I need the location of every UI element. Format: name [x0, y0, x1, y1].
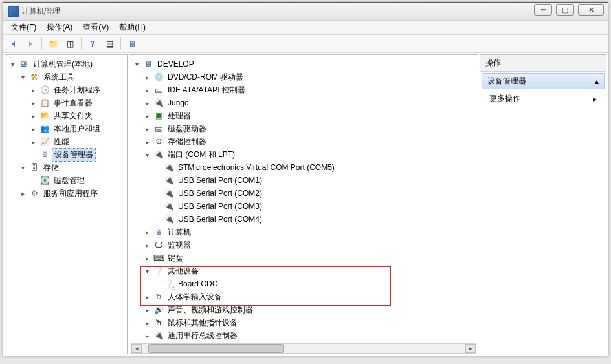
expander-icon[interactable]: ▸ — [142, 124, 151, 133]
ports-icon: 🔌 — [153, 149, 164, 160]
expander-icon[interactable]: ▾ — [132, 59, 141, 69]
tree-node-local-users[interactable]: ▸ 👥 本地用户和组 — [6, 122, 126, 135]
close-button[interactable]: ✕ — [578, 4, 604, 16]
tree-node-event-viewer[interactable]: ▸ 📋 事件查看器 — [6, 96, 126, 109]
node-label: 鼠标和其他指针设备 — [166, 317, 239, 329]
actions-group-header[interactable]: 设备管理器 ▴ — [482, 73, 605, 89]
expander-icon[interactable]: ▸ — [142, 241, 151, 250]
device-node-com-port[interactable]: · 🔌 USB Serial Port (COM1) — [131, 174, 476, 187]
toolbar-separator — [81, 37, 82, 50]
node-label: 键盘 — [166, 252, 185, 264]
scroll-thumb[interactable] — [148, 344, 284, 353]
scroll-left-button[interactable]: ◂ — [131, 344, 142, 353]
scroll-track[interactable] — [142, 344, 465, 353]
collapse-icon[interactable]: ▴ — [595, 77, 599, 86]
device-node-dvd[interactable]: ▸ 💿 DVD/CD-ROM 驱动器 — [131, 70, 476, 83]
expander-icon[interactable]: ▸ — [142, 111, 151, 120]
up-button[interactable]: 📁 — [45, 37, 61, 51]
expander-icon[interactable]: ▾ — [142, 266, 151, 275]
ide-icon: 🖴 — [153, 85, 164, 95]
expander-icon[interactable]: ▾ — [18, 163, 27, 172]
node-label: Board CDC — [176, 279, 219, 289]
expander-icon[interactable]: ▸ — [28, 85, 38, 94]
expander-icon[interactable]: ▸ — [142, 228, 151, 237]
scan-hardware-button[interactable]: 🖥 — [124, 37, 140, 51]
forward-button[interactable] — [23, 37, 38, 51]
expander-icon[interactable]: ▾ — [18, 72, 27, 81]
menu-file[interactable]: 文件(F) — [6, 21, 41, 34]
expander-icon[interactable]: ▸ — [28, 98, 38, 107]
maximize-button[interactable]: ▢ — [556, 4, 574, 16]
minimize-button[interactable]: ━ — [534, 4, 552, 16]
expander-icon[interactable]: ▸ — [142, 85, 151, 94]
tree-node-performance[interactable]: ▸ 📈 性能 — [6, 135, 126, 148]
tree-node-task-scheduler[interactable]: ▸ 🕒 任务计划程序 — [6, 83, 126, 96]
device-node-other-devices[interactable]: ▾ ❔ 其他设备 — [131, 264, 476, 277]
scheduler-icon: 🕒 — [39, 85, 50, 95]
console-tree[interactable]: ▾ 🖳 计算机管理(本地) ▾ 🛠 系统工具 — [5, 54, 128, 354]
expander-icon[interactable]: ▾ — [8, 59, 17, 69]
device-node-root[interactable]: ▾ 🖥 DEVELOP — [131, 58, 476, 70]
sound-icon: 🔊 — [153, 305, 164, 315]
other-devices-icon: ❔ — [153, 266, 164, 276]
titlebar[interactable]: 计算机管理 ━ ▢ ✕ — [3, 3, 608, 21]
expander-icon[interactable]: ▸ — [18, 189, 27, 198]
device-node-ports[interactable]: ▾ 🔌 端口 (COM 和 LPT) — [131, 148, 476, 161]
tree-node-services-apps[interactable]: ▸ ⚙ 服务和应用程序 — [6, 187, 126, 200]
menu-view[interactable]: 查看(V) — [78, 21, 114, 34]
tree-node-device-manager[interactable]: · 🖥 设备管理器 — [6, 148, 126, 161]
device-tree[interactable]: ▾ 🖥 DEVELOP ▸ 💿 DVD/CD-ROM 驱动器 ▸ — [129, 55, 478, 343]
device-node-com-port[interactable]: · 🔌 STMicroelectronics Virtual COM Port … — [131, 161, 476, 174]
node-label: 存储 — [41, 162, 61, 174]
node-label: STMicroelectronics Virtual COM Port (COM… — [176, 162, 337, 173]
help-button[interactable]: ? — [85, 37, 100, 51]
device-node-keyboard[interactable]: ▸ ⌨ 键盘 — [131, 252, 476, 264]
tree-node-system-tools[interactable]: ▾ 🛠 系统工具 — [6, 70, 126, 83]
expander-icon[interactable]: ▸ — [142, 292, 151, 301]
show-hide-tree-button[interactable]: ◫ — [62, 37, 78, 51]
expander-icon[interactable]: ▸ — [142, 253, 151, 262]
node-label: USB Serial Port (COM1) — [176, 175, 264, 186]
device-node-monitor[interactable]: ▸ 🖵 监视器 — [131, 239, 476, 252]
device-node-board-cdc[interactable]: · ❔ Board CDC — [131, 277, 476, 290]
device-node-hid[interactable]: ▸ 🖰 人体学输入设备 — [131, 290, 476, 303]
scroll-right-button[interactable]: ▸ — [465, 344, 476, 353]
expander-icon[interactable]: ▸ — [28, 137, 38, 146]
device-node-com-port[interactable]: · 🔌 USB Serial Port (COM2) — [131, 187, 476, 200]
device-node-disk-drives[interactable]: ▸ 🖴 磁盘驱动器 — [131, 122, 476, 135]
back-button[interactable] — [6, 37, 21, 51]
device-node-com-port[interactable]: · 🔌 USB Serial Port (COM3) — [131, 200, 476, 213]
window-title: 计算机管理 — [21, 6, 60, 17]
action-more[interactable]: 更多操作 ▸ — [480, 91, 606, 107]
tree-node-disk-management[interactable]: · 💽 磁盘管理 — [6, 174, 126, 187]
device-node-com-port[interactable]: · 🔌 USB Serial Port (COM4) — [131, 213, 476, 226]
expander-icon[interactable]: ▸ — [142, 318, 151, 327]
toolbar-separator — [120, 37, 121, 50]
expander-icon[interactable]: ▸ — [142, 331, 151, 340]
device-node-usb[interactable]: ▸ 🔌 通用串行总线控制器 — [131, 329, 476, 342]
expander-icon[interactable]: ▸ — [142, 305, 151, 314]
device-node-ide[interactable]: ▸ 🖴 IDE ATA/ATAPI 控制器 — [131, 83, 476, 96]
device-node-sound[interactable]: ▸ 🔊 声音、视频和游戏控制器 — [131, 303, 476, 316]
expander-icon[interactable]: ▸ — [28, 111, 38, 120]
device-node-cpu[interactable]: ▸ ▣ 处理器 — [131, 109, 476, 122]
tree-node-shared-folders[interactable]: ▸ 📂 共享文件夹 — [6, 109, 126, 122]
expander-icon[interactable]: ▸ — [142, 72, 151, 81]
horizontal-scrollbar[interactable]: ◂ ▸ — [131, 343, 476, 354]
device-node-mouse[interactable]: ▸ 🖱 鼠标和其他指针设备 — [131, 316, 476, 329]
menu-help[interactable]: 帮助(H) — [114, 21, 151, 34]
menu-action[interactable]: 操作(A) — [41, 21, 78, 34]
expander-icon[interactable]: ▸ — [142, 137, 151, 146]
expander-icon[interactable]: ▸ — [28, 124, 38, 133]
expander-icon[interactable]: ▾ — [142, 150, 151, 159]
device-node-jungo[interactable]: ▸ 🔌 Jungo — [131, 96, 476, 109]
computer-icon: 🖳 — [19, 59, 29, 69]
expander-icon[interactable]: ▸ — [142, 98, 151, 107]
window-controls: ━ ▢ ✕ — [534, 4, 604, 16]
disk-icon: 🖴 — [153, 123, 164, 134]
tree-node-root[interactable]: ▾ 🖳 计算机管理(本地) — [6, 58, 126, 70]
tree-node-storage[interactable]: ▾ 🗄 存储 — [6, 161, 126, 174]
device-node-computer[interactable]: ▸ 🖥 计算机 — [131, 226, 476, 239]
properties-button[interactable]: ▤ — [102, 37, 117, 51]
device-node-storage-controllers[interactable]: ▸ ⚙ 存储控制器 — [131, 135, 476, 148]
